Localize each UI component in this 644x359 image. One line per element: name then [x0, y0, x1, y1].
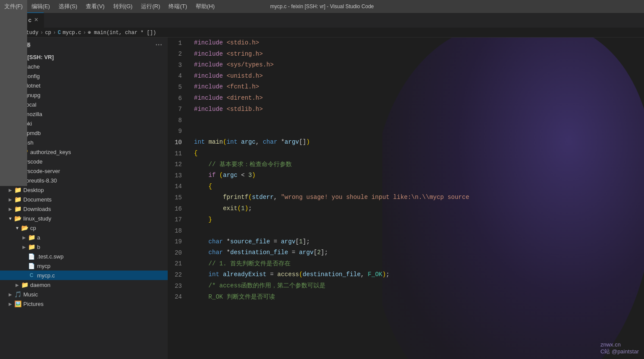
code-line-11: {	[194, 148, 644, 159]
code-line-7: #include <stdlib.h>	[194, 104, 644, 115]
code-line-6: #include <dirent.h>	[194, 93, 644, 104]
line-num-20: 20	[168, 247, 185, 258]
item-label-mycp-c: mycp.c	[37, 272, 168, 279]
item-label-documents: Documents	[23, 196, 168, 203]
menu-edit[interactable]: 编辑(E)	[27, 0, 54, 186]
sidebar-item-test-c-swp[interactable]: 📄 .test.c.swp	[0, 252, 168, 261]
chevron-down-icon: ▼	[7, 216, 14, 221]
folder-open-icon: 📂	[21, 224, 28, 231]
menu-file[interactable]: 文件(F)	[0, 0, 27, 186]
chevron-right-icon: ▶	[7, 188, 14, 192]
item-label-downloads: Downloads	[23, 206, 168, 212]
binary-file-icon: 📄	[28, 263, 35, 269]
item-label-test-c-swp: .test.c.swp	[37, 253, 168, 260]
chevron-right-icon: ▶	[7, 197, 14, 202]
sidebar-item-downloads[interactable]: ▶ 📁 Downloads	[0, 204, 168, 214]
line-num-8: 8	[168, 115, 185, 126]
pictures-folder-icon: 🖼️	[14, 300, 22, 307]
line-num-18: 18	[168, 225, 185, 236]
code-line-14: {	[194, 181, 644, 192]
code-line-17: }	[194, 214, 644, 226]
line-num-2: 2	[168, 49, 185, 60]
line-num-3: 3	[168, 60, 185, 71]
code-line-13: if ( argc < 3 )	[194, 170, 644, 181]
code-line-9	[194, 126, 644, 137]
sidebar-item-cp[interactable]: ▼ 📂 cp	[0, 223, 168, 233]
line-num-7: 7	[168, 104, 185, 115]
item-label-a: a	[37, 234, 168, 241]
line-num-21: 21	[168, 258, 185, 270]
line-num-9: 9	[168, 126, 185, 137]
code-line-16: exit ( 1 ) ;	[194, 203, 644, 214]
menu-run[interactable]: 运行(R)	[137, 0, 164, 186]
code-content: 1 2 3 4 5 6 7 8 9 10 11 12 13 14 15 16 1	[168, 38, 644, 302]
line-num-13: 13	[168, 170, 185, 181]
code-line-18	[194, 225, 644, 236]
folder-icon: 📁	[14, 186, 22, 193]
header-stdio: <stdio.h>	[227, 38, 259, 49]
music-folder-icon: 🎵	[14, 291, 22, 298]
code-line-23: /* access函数的作用，第二个参数可以是	[194, 280, 644, 292]
line-num-23: 23	[168, 280, 185, 292]
code-line-3: #include <sys/types.h>	[194, 60, 644, 71]
chevron-right-icon: ▶	[14, 283, 21, 287]
sidebar-item-linux-study[interactable]: ▼ 📂 linux_study	[0, 214, 168, 223]
code-line-10: int main ( int argc , char * argv [] )	[194, 137, 644, 148]
line-num-10: 10	[168, 137, 185, 148]
sidebar-item-mycp-c[interactable]: C mycp.c	[0, 271, 168, 280]
item-label-daemon: daemon	[30, 282, 168, 288]
c-source-icon: C	[28, 272, 35, 278]
code-line-4: #include <unistd.h>	[194, 71, 644, 82]
sidebar-item-music[interactable]: ▶ 🎵 Music	[0, 290, 168, 299]
item-label-mycp-binary: mycp	[37, 263, 168, 269]
chevron-right-icon: ▶	[7, 207, 14, 211]
file-icon: 📄	[28, 253, 35, 260]
code-line-20: char * destination_file = argv [ 2 ];	[194, 247, 644, 258]
sidebar-item-pictures[interactable]: ▶ 🖼️ Pictures	[0, 299, 168, 309]
line-num-24: 24	[168, 292, 185, 303]
chevron-down-icon: ▼	[14, 226, 21, 230]
code-line-15: fprintf ( stderr , "wrong usage! you sho…	[194, 192, 644, 203]
folder-icon: 📁	[21, 281, 28, 288]
menu-goto[interactable]: 转到(G)	[109, 0, 137, 186]
sidebar-item-b[interactable]: ▶ 📁 b	[0, 242, 168, 252]
sidebar-item-documents[interactable]: ▶ 📁 Documents	[0, 195, 168, 204]
line-num-5: 5	[168, 82, 185, 93]
line-num-6: 6	[168, 93, 185, 104]
chevron-right-icon: ▶	[21, 245, 28, 249]
sidebar-item-desktop[interactable]: ▶ 📁 Desktop	[0, 185, 168, 195]
code-line-24: R_OK 判断文件是否可读	[194, 292, 644, 303]
line-num-19: 19	[168, 236, 185, 248]
line-num-17: 17	[168, 214, 185, 226]
sidebar-item-a[interactable]: ▶ 📁 a	[0, 233, 168, 242]
title-bar: 文件(F) 编辑(E) 选择(S) 查看(V) 转到(G) 运行(R) 终端(T…	[0, 0, 644, 13]
code-line-5: #include <fcntl.h>	[194, 82, 644, 93]
item-label-cp: cp	[30, 225, 168, 231]
editor-area: 1 2 3 4 5 6 7 8 9 10 11 12 13 14 15 16 1	[168, 38, 644, 359]
menu-select[interactable]: 选择(S)	[54, 0, 81, 186]
sidebar-item-daemon[interactable]: ▶ 📁 daemon	[0, 280, 168, 290]
menu-view[interactable]: 查看(V)	[81, 0, 109, 186]
code-line-22: int alreadyExist = access ( destination_…	[194, 269, 644, 280]
chevron-right-icon: ▶	[7, 292, 14, 297]
downloads-folder-icon: 📁	[14, 205, 22, 212]
code-line-12: // 基本要求：检查命令行参数	[194, 159, 644, 170]
line-numbers: 1 2 3 4 5 6 7 8 9 10 11 12 13 14 15 16 1	[168, 38, 190, 302]
line-num-4: 4	[168, 71, 185, 82]
folder-icon: 📁	[28, 243, 35, 250]
keyword-include: #include	[194, 38, 223, 49]
item-label-desktop: Desktop	[23, 187, 168, 193]
code-line-21: // 1. 首先判断文件是否存在	[194, 258, 644, 270]
item-label-linux-study: linux_study	[23, 215, 168, 222]
folder-icon: 📁	[28, 234, 35, 241]
sidebar-item-mycp-binary[interactable]: 📄 mycp	[0, 261, 168, 271]
chevron-right-icon: ▶	[7, 302, 14, 306]
code-line-19: char * source_file = argv [ 1 ];	[194, 236, 644, 248]
line-num-12: 12	[168, 159, 185, 170]
code-editor[interactable]: 1 2 3 4 5 6 7 8 9 10 11 12 13 14 15 16 1	[168, 38, 644, 359]
code-lines: #include <stdio.h> #include <string.h> #…	[190, 38, 644, 302]
item-label-music: Music	[23, 291, 168, 298]
line-num-11: 11	[168, 148, 185, 159]
item-label-b: b	[37, 244, 168, 250]
code-line-1: #include <stdio.h>	[194, 38, 644, 49]
